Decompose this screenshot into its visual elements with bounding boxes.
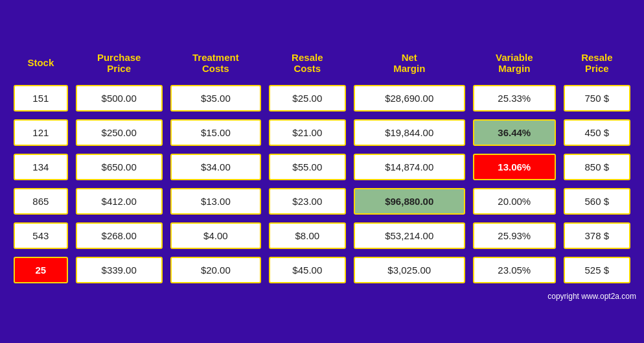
resale-costs-cell: $8.00: [267, 220, 348, 251]
col-header-variable: VariableMargin: [471, 47, 558, 79]
table-row: 865 $412.00 $13.00 $23.00 $96,880.00 20.…: [12, 186, 632, 217]
purchase-cell: $268.00: [74, 220, 165, 251]
purchase-cell: $250.00: [74, 117, 165, 148]
table-row: 121 $250.00 $15.00 $21.00 $19,844.00 36.…: [12, 117, 632, 148]
treatment-value: $34.00: [170, 154, 261, 180]
net-margin-value: $28,690.00: [354, 85, 465, 112]
treatment-cell: $34.00: [168, 152, 263, 182]
col-header-stock: Stock: [12, 47, 70, 79]
stock-cell: 865: [12, 186, 70, 217]
resale-price-cell: 850 $: [562, 152, 632, 182]
stock-value: 134: [14, 154, 68, 180]
net-margin-value: $19,844.00: [354, 119, 465, 146]
variable-margin-value: 25.33%: [473, 85, 556, 112]
net-margin-cell: $3,025.00: [352, 255, 467, 285]
stock-value: 25: [14, 257, 68, 283]
net-margin-value: $96,880.00: [354, 188, 465, 215]
table-row: 25 $339.00 $20.00 $45.00 $3,025.00 23.05…: [12, 255, 632, 285]
purchase-cell: $500.00: [74, 83, 165, 113]
col-header-resale-price: ResalePrice: [562, 47, 632, 79]
treatment-value: $4.00: [170, 222, 261, 249]
treatment-cell: $4.00: [168, 220, 263, 251]
variable-margin-cell: 25.33%: [471, 83, 558, 113]
table-row: 543 $268.00 $4.00 $8.00 $53,214.00 25.93…: [12, 220, 632, 251]
table-row: 134 $650.00 $34.00 $55.00 $14,874.00 13.…: [12, 152, 632, 182]
net-margin-value: $3,025.00: [354, 257, 465, 283]
purchase-value: $412.00: [76, 188, 163, 215]
treatment-cell: $20.00: [168, 255, 263, 285]
col-header-net-margin: NetMargin: [352, 47, 467, 79]
variable-margin-cell: 36.44%: [471, 117, 558, 148]
purchase-cell: $339.00: [74, 255, 165, 285]
resale-price-cell: 378 $: [562, 220, 632, 251]
treatment-cell: $15.00: [168, 117, 263, 148]
data-table: Stock PurchasePrice TreatmentCosts Resal…: [8, 43, 636, 289]
resale-costs-cell: $21.00: [267, 117, 348, 148]
variable-margin-value: 25.93%: [473, 222, 556, 249]
stock-value: 121: [14, 119, 68, 146]
variable-margin-value: 20.00%: [473, 188, 556, 215]
purchase-value: $339.00: [76, 257, 163, 283]
net-margin-value: $14,874.00: [354, 154, 465, 180]
purchase-value: $650.00: [76, 154, 163, 180]
net-margin-cell: $19,844.00: [352, 117, 467, 148]
purchase-value: $500.00: [76, 85, 163, 112]
resale-price-cell: 560 $: [562, 186, 632, 217]
net-margin-value: $53,214.00: [354, 222, 465, 249]
purchase-value: $268.00: [76, 222, 163, 249]
purchase-value: $250.00: [76, 119, 163, 146]
stock-cell: 121: [12, 117, 70, 148]
treatment-value: $20.00: [170, 257, 261, 283]
net-margin-cell: $28,690.00: [352, 83, 467, 113]
treatment-value: $15.00: [170, 119, 261, 146]
treatment-cell: $13.00: [168, 186, 263, 217]
resale-costs-cell: $45.00: [267, 255, 348, 285]
table-row: 151 $500.00 $35.00 $25.00 $28,690.00 25.…: [12, 83, 632, 113]
resale-price-value: 378 $: [564, 222, 630, 249]
resale-costs-cell: $25.00: [267, 83, 348, 113]
resale-costs-value: $45.00: [269, 257, 346, 283]
variable-margin-value: 23.05%: [473, 257, 556, 283]
resale-price-value: 560 $: [564, 188, 630, 215]
resale-costs-value: $25.00: [269, 85, 346, 112]
col-header-resale-costs: ResaleCosts: [267, 47, 348, 79]
net-margin-cell: $14,874.00: [352, 152, 467, 182]
resale-costs-cell: $55.00: [267, 152, 348, 182]
purchase-cell: $650.00: [74, 152, 165, 182]
col-header-treatment: TreatmentCosts: [168, 47, 263, 79]
stock-cell: 134: [12, 152, 70, 182]
variable-margin-cell: 13.06%: [471, 152, 558, 182]
resale-price-value: 850 $: [564, 154, 630, 180]
resale-price-cell: 750 $: [562, 83, 632, 113]
resale-costs-value: $21.00: [269, 119, 346, 146]
copyright-text: copyright www.opt2a.com: [8, 292, 636, 301]
stock-cell: 25: [12, 255, 70, 285]
variable-margin-value: 36.44%: [473, 119, 556, 146]
resale-price-value: 525 $: [564, 257, 630, 283]
resale-costs-value: $55.00: [269, 154, 346, 180]
resale-price-value: 450 $: [564, 119, 630, 146]
resale-costs-value: $8.00: [269, 222, 346, 249]
stock-value: 151: [14, 85, 68, 112]
resale-price-value: 750 $: [564, 85, 630, 112]
resale-price-cell: 525 $: [562, 255, 632, 285]
resale-price-cell: 450 $: [562, 117, 632, 148]
net-margin-cell: $53,214.00: [352, 220, 467, 251]
variable-margin-cell: 25.93%: [471, 220, 558, 251]
resale-costs-value: $23.00: [269, 188, 346, 215]
table-wrapper: Stock PurchasePrice TreatmentCosts Resal…: [8, 43, 636, 301]
stock-cell: 151: [12, 83, 70, 113]
stock-value: 865: [14, 188, 68, 215]
treatment-cell: $35.00: [168, 83, 263, 113]
variable-margin-cell: 20.00%: [471, 186, 558, 217]
treatment-value: $35.00: [170, 85, 261, 112]
resale-costs-cell: $23.00: [267, 186, 348, 217]
variable-margin-cell: 23.05%: [471, 255, 558, 285]
stock-value: 543: [14, 222, 68, 249]
stock-cell: 543: [12, 220, 70, 251]
treatment-value: $13.00: [170, 188, 261, 215]
variable-margin-value: 13.06%: [473, 154, 556, 180]
net-margin-cell: $96,880.00: [352, 186, 467, 217]
col-header-purchase: PurchasePrice: [74, 47, 165, 79]
purchase-cell: $412.00: [74, 186, 165, 217]
